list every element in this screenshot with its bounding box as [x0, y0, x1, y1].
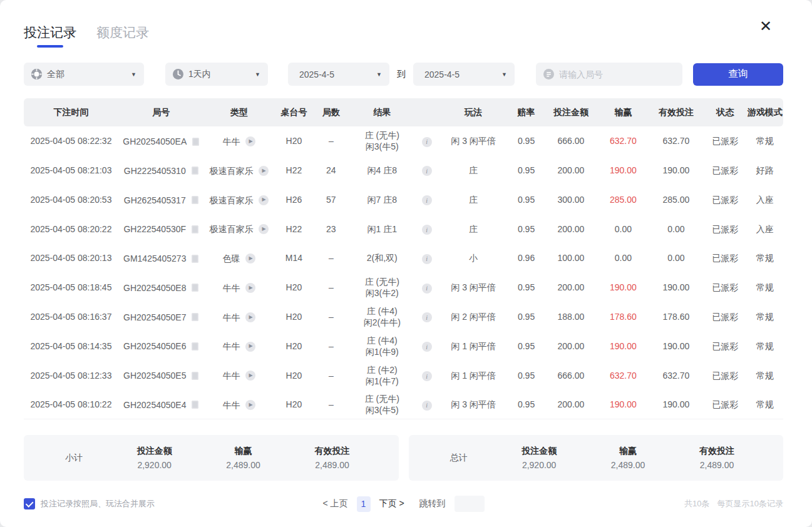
jump-page-input[interactable] [455, 496, 485, 512]
info-icon[interactable]: i [422, 342, 432, 352]
status-badge: 已派彩 [704, 361, 746, 390]
copy-icon[interactable] [192, 166, 198, 175]
date-from-picker[interactable]: 2025-4-5 ▼ [288, 63, 389, 86]
table-row: 2025-04-05 08:21:03 GH2225405310 极速百家乐 ▶… [24, 156, 783, 185]
copy-icon[interactable] [192, 401, 198, 409]
game-type: 牛牛 [222, 399, 240, 411]
result-line1: 闲4 庄8 [349, 165, 416, 176]
info-icon[interactable]: i [422, 312, 432, 322]
table-row: 2025-04-05 08:20:53 GH2625405317 极速百家乐 ▶… [24, 185, 783, 215]
query-button[interactable]: 查询 [693, 63, 783, 86]
valid-bet: 178.60 [649, 302, 704, 332]
play-video-icon[interactable]: ▶ [245, 283, 255, 293]
odds: 0.95 [508, 273, 543, 302]
play-video-icon[interactable]: ▶ [259, 166, 269, 176]
result-line2: 闲1(牛7) [349, 376, 416, 387]
bet-amount: 200.00 [544, 214, 598, 243]
info-icon[interactable]: i [422, 225, 432, 235]
odds: 0.96 [508, 243, 543, 273]
pagination: < 上页 1 下页 > 跳转到 [322, 496, 484, 512]
category-dropdown[interactable]: 全部 ▼ [24, 63, 144, 86]
copy-icon[interactable] [192, 225, 198, 233]
copy-icon[interactable] [192, 138, 199, 146]
result-line1: 闲1 庄1 [349, 223, 416, 235]
date-to-picker[interactable]: 2025-4-5 ▼ [413, 63, 515, 86]
game-type: 牛牛 [222, 282, 240, 294]
current-page-button[interactable]: 1 [357, 496, 371, 512]
game-mode: 常规 [747, 361, 783, 390]
info-icon[interactable]: i [422, 401, 432, 411]
copy-icon[interactable] [192, 255, 198, 263]
play-video-icon[interactable]: ▶ [259, 224, 269, 234]
time-range-value: 1天内 [188, 69, 211, 80]
result-line2: 闲3(牛5) [349, 404, 416, 416]
win-loss: 0.00 [598, 214, 648, 243]
info-icon[interactable]: i [422, 254, 432, 264]
valid-bet: 0.00 [649, 214, 704, 243]
play-video-icon[interactable]: ▶ [245, 136, 255, 146]
merge-checkbox[interactable] [24, 498, 35, 509]
table-row: 2025-04-05 08:22:32 GH20254050EA 牛牛 ▶ H2… [24, 126, 783, 156]
game-type-cell: 极速百家乐 ▶ [204, 214, 275, 243]
info-cell: i [416, 185, 438, 215]
table-row: 2025-04-05 08:12:33 GH20254050E5 牛牛 ▶ H2… [24, 361, 783, 390]
copy-icon[interactable] [192, 196, 198, 204]
tab-betting-records[interactable]: 投注记录 [24, 24, 76, 49]
tab-quota-records[interactable]: 额度记录 [96, 24, 149, 49]
chevron-down-icon: ▼ [255, 71, 260, 78]
col-game-number: 局号 [118, 98, 204, 126]
game-type-cell: 极速百家乐 ▶ [204, 185, 275, 215]
next-page-button[interactable]: 下页 > [379, 498, 404, 509]
total-win-loss: 输赢 2,489.00 [611, 446, 645, 470]
bet-amount: 200.00 [544, 156, 598, 185]
table-number: H20 [274, 390, 313, 419]
game-number-input[interactable] [559, 69, 675, 79]
time-range-dropdown[interactable]: 1天内 ▼ [165, 63, 268, 86]
copy-icon[interactable] [192, 284, 198, 292]
info-icon[interactable]: i [422, 284, 432, 294]
play-video-icon[interactable]: ▶ [245, 371, 255, 381]
play-method: 小 [438, 243, 509, 273]
total-label: 总计 [450, 453, 468, 464]
play-video-icon[interactable]: ▶ [259, 195, 269, 205]
subtotal-valid-bet: 有效投注 2,489.00 [314, 446, 349, 470]
play-video-icon[interactable]: ▶ [245, 342, 255, 352]
result-cell: 庄 (牛4) 闲1(牛9) [349, 332, 416, 361]
info-icon[interactable]: i [422, 371, 432, 381]
copy-icon[interactable] [192, 372, 198, 380]
round-count: 57 [314, 185, 349, 215]
round-count: – [314, 243, 349, 273]
game-number: GH20254050E8 [123, 282, 186, 294]
jump-to-label: 跳转到 [419, 498, 446, 509]
game-mode: 常规 [747, 390, 783, 419]
bet-amount: 300.00 [544, 185, 598, 215]
table-number: H20 [274, 273, 313, 302]
table-number: H22 [274, 214, 313, 243]
close-icon[interactable]: ✕ [759, 19, 772, 34]
win-loss: 190.00 [598, 156, 648, 185]
info-icon[interactable]: i [422, 166, 432, 176]
result-line2: 闲3(牛2) [349, 287, 416, 299]
col-rounds: 局数 [314, 98, 349, 126]
date-from-value: 2025-4-5 [299, 69, 334, 79]
total-count-text: 共10条 [684, 498, 709, 509]
info-icon[interactable]: i [422, 195, 432, 205]
info-icon[interactable]: i [422, 137, 432, 147]
bet-amount: 666.00 [544, 361, 598, 390]
copy-icon[interactable] [192, 342, 198, 350]
result-line1: 庄 (无牛) [349, 393, 416, 404]
records-table: 下注时间 局号 类型 桌台号 局数 结果 玩法 赔率 投注金额 输赢 有效投注 … [24, 98, 783, 419]
play-video-icon[interactable]: ▶ [245, 312, 255, 322]
copy-icon[interactable] [192, 313, 198, 321]
prev-page-button[interactable]: < 上页 [322, 498, 347, 509]
game-type-cell: 牛牛 ▶ [204, 273, 275, 302]
play-video-icon[interactable]: ▶ [245, 253, 255, 264]
col-odds: 赔率 [508, 98, 543, 126]
game-type: 极速百家乐 [209, 223, 253, 235]
round-count: – [314, 126, 349, 156]
game-mode: 入座 [747, 214, 783, 243]
play-video-icon[interactable]: ▶ [245, 400, 255, 410]
game-type: 极速百家乐 [209, 165, 253, 177]
bet-amount: 200.00 [544, 390, 598, 419]
game-mode: 好路 [747, 156, 783, 185]
